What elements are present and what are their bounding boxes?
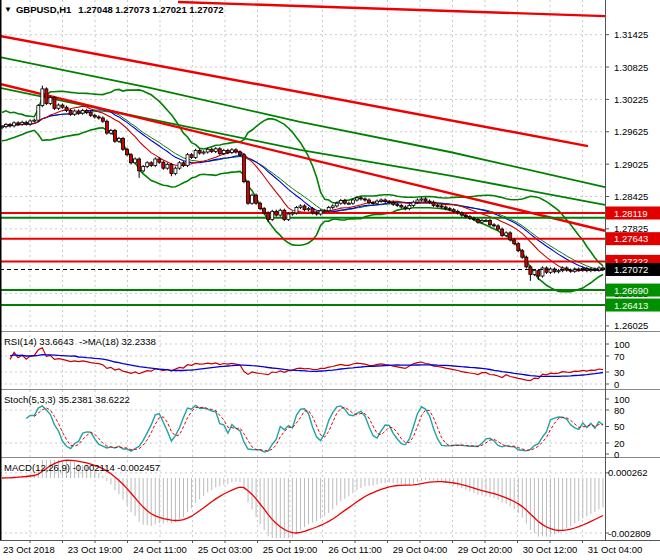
candle-bull (271, 211, 274, 219)
candle-bear (275, 211, 278, 215)
candle-bear (456, 211, 459, 213)
candle-bear (69, 110, 72, 114)
candle-bull (41, 89, 44, 106)
candle-bear (372, 203, 375, 204)
candle-bear (259, 203, 262, 208)
candle-bear (126, 149, 129, 154)
indicator-axis-label: 100 (614, 339, 630, 350)
candle-bear (85, 110, 88, 112)
candle-bull (109, 130, 112, 133)
candle-bull (21, 122, 24, 124)
candle-bear (138, 159, 141, 171)
candle-bear (436, 205, 439, 206)
candle-bear (396, 204, 399, 205)
indicator-axis-label: 70 (614, 351, 625, 362)
candle-bear (9, 124, 12, 125)
candle-bull (214, 149, 217, 152)
candle-bear (158, 159, 161, 162)
candle-bull (117, 139, 120, 142)
candle-bear (170, 164, 173, 173)
candle-bear (444, 207, 447, 209)
candle-bull (57, 105, 60, 108)
symbol-timeframe: GBPUSD,H1 (16, 4, 71, 15)
candle-bear (384, 200, 387, 202)
time-axis-label: 29 Oct 20:00 (458, 544, 512, 555)
price-axis-label: 1.29025 (614, 159, 648, 170)
candle-bull (380, 200, 383, 201)
candle-bull (351, 200, 354, 203)
indicator-axis-label: 20 (614, 438, 625, 449)
candle-bull (287, 214, 290, 219)
price-axis-label: 1.26025 (614, 320, 648, 331)
candle-bear (234, 150, 237, 152)
candle-bear (464, 215, 467, 217)
candle-bull (81, 110, 84, 113)
candle-bull (251, 195, 254, 203)
chart-canvas[interactable]: 1.314251.308251.302251.296251.290251.284… (0, 0, 660, 560)
candle-bear (424, 199, 427, 201)
candle-bear (392, 202, 395, 204)
indicator-axis-label: 0 (614, 379, 619, 390)
candle-bear (440, 206, 443, 207)
candle-bull (533, 271, 536, 275)
time-axis-label: 30 Oct 12:00 (523, 544, 577, 555)
candle-bear (226, 150, 229, 152)
macd-axis-label: -0.002809 (608, 528, 651, 539)
candle-bull (557, 271, 560, 272)
time-axis-label: 29 Oct 04:00 (393, 544, 447, 555)
candle-bear (198, 150, 201, 153)
price-axis-label: 1.28425 (614, 191, 648, 202)
chevron-down-icon[interactable]: ▼ (4, 4, 12, 15)
candle-bear (368, 200, 371, 203)
candle-bear (97, 117, 100, 118)
candle-bear (404, 207, 407, 209)
candle-bear (501, 229, 504, 235)
time-axis-label: 23 Oct 19:00 (68, 544, 122, 555)
candle-bear (105, 121, 108, 133)
indicator-axis-label: 30 (614, 367, 625, 378)
candle-bull (33, 120, 36, 121)
candle-bull (134, 159, 137, 163)
candle-bear (121, 139, 124, 150)
candle-bull (376, 201, 379, 203)
candle-bull (335, 203, 338, 206)
candle-bear (432, 202, 435, 205)
candle-bull (484, 220, 487, 221)
candle-bear (242, 155, 245, 182)
candle-bear (537, 271, 540, 276)
time-axis-label: 24 Oct 11:00 (133, 544, 187, 555)
candle-bull (5, 124, 8, 126)
indicator-axis-label: 100 (614, 394, 630, 405)
candle-bull (416, 200, 419, 202)
rsi-indicator-label: RSI(14) 33.6643 ->MA(18) 32.2338 (4, 336, 156, 347)
candle-bear (493, 225, 496, 226)
candle-bear (448, 209, 451, 210)
candle-bear (263, 209, 266, 213)
candle-bear (489, 220, 492, 224)
candle-bear (359, 198, 362, 199)
candle-bull (291, 213, 294, 214)
candle-bull (146, 163, 149, 167)
candle-bull (222, 150, 225, 153)
trading-chart-window[interactable]: 1.314251.308251.302251.296251.290251.284… (0, 0, 660, 560)
time-axis-label: 26 Oct 11:00 (328, 544, 382, 555)
price-axis-label: 1.31425 (614, 29, 648, 40)
time-axis-label: 25 Oct 19:00 (263, 544, 317, 555)
candle-bear (343, 201, 346, 204)
candle-bear (89, 113, 92, 116)
candle-bull (327, 208, 330, 211)
candle-bull (339, 201, 342, 204)
candle-bull (202, 152, 205, 153)
candle-bear (190, 155, 193, 158)
candle-bear (476, 219, 479, 222)
candle-bull (29, 121, 32, 124)
axis-price-badge-label: 1.28119 (614, 208, 648, 219)
candle-bear (363, 199, 366, 200)
candle-bear (315, 213, 318, 214)
candle-bull (49, 98, 52, 104)
candle-bear (452, 210, 455, 212)
candle-bull (331, 206, 334, 208)
candle-bull (230, 150, 233, 153)
candle-bear (517, 244, 520, 251)
candle-bear (497, 226, 500, 229)
